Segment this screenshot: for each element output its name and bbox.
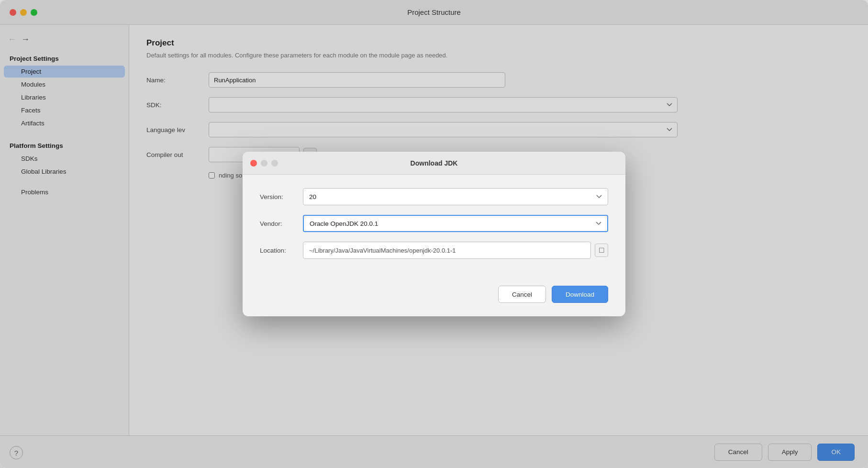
modal-title: Download JDK [411, 159, 458, 167]
modal-body: Version: 20 Vendor: Oracle OpenJDK 20.0.… [243, 175, 625, 282]
main-window: Project Structure ← → Project Settings P… [0, 0, 868, 468]
modal-vendor-row: Vendor: Oracle OpenJDK 20.0.1 [260, 215, 608, 232]
modal-footer: Cancel Download [243, 282, 625, 316]
download-jdk-modal: Download JDK Version: 20 Vendor: Oracle … [243, 152, 625, 316]
modal-close-button[interactable] [250, 160, 257, 167]
modal-version-label: Version: [260, 193, 303, 201]
modal-cancel-button[interactable]: Cancel [498, 286, 546, 303]
modal-version-row: Version: 20 [260, 188, 608, 205]
modal-minimize-button[interactable] [261, 160, 267, 167]
modal-vendor-select[interactable]: Oracle OpenJDK 20.0.1 [303, 215, 608, 232]
modal-maximize-button[interactable] [271, 160, 278, 167]
modal-location-label: Location: [260, 247, 303, 254]
modal-window-controls [250, 160, 278, 167]
modal-version-select[interactable]: 20 [303, 188, 608, 205]
modal-location-folder-button[interactable]: ☐ [595, 244, 608, 257]
modal-location-row: Location: ☐ [260, 242, 608, 259]
modal-location-input[interactable] [303, 242, 591, 259]
modal-location-field: ☐ [303, 242, 608, 259]
modal-download-button[interactable]: Download [552, 286, 608, 303]
modal-vendor-label: Vendor: [260, 220, 303, 227]
modal-titlebar: Download JDK [243, 152, 625, 175]
modal-overlay: Download JDK Version: 20 Vendor: Oracle … [0, 0, 868, 468]
